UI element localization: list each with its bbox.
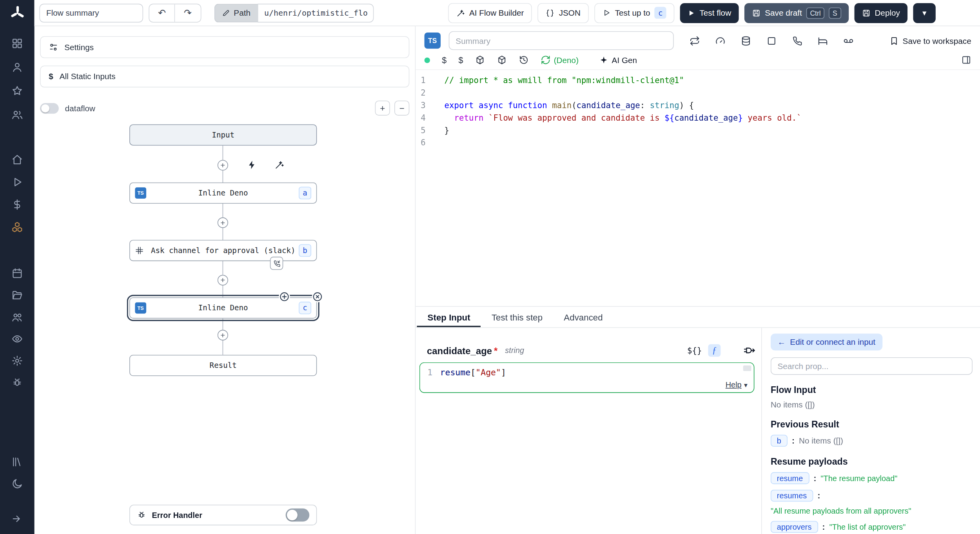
collapse-arrow-icon[interactable] [0, 509, 34, 528]
users-icon[interactable] [0, 105, 34, 124]
grid-icon[interactable] [0, 34, 34, 52]
resume-row: resume : "The resume payload" [771, 472, 973, 484]
concurrency-gauge-icon[interactable] [715, 35, 726, 46]
flow-settings-row[interactable]: Settings [40, 36, 409, 58]
test-up-to-button[interactable]: Test up to c [594, 3, 675, 23]
package-icon[interactable] [475, 55, 485, 65]
sleep-bed-icon[interactable] [817, 35, 828, 46]
windmill-logo-icon[interactable] [0, 0, 34, 26]
user-icon[interactable] [0, 58, 34, 76]
prev-result-chip[interactable]: b [771, 435, 788, 447]
node-a-label: Inline Deno [130, 189, 316, 197]
ai-flow-builder-button[interactable]: AI Flow Builder [448, 3, 532, 23]
field-type: string [505, 346, 524, 355]
approvers-chip[interactable]: approvers [771, 521, 818, 533]
add-step-button-1[interactable]: + [218, 160, 228, 170]
save-to-workspace-label: Save to workspace [903, 36, 971, 45]
colon: : [822, 522, 825, 532]
resume-chip[interactable]: resume [771, 472, 809, 484]
zoom-in-button[interactable]: + [375, 101, 390, 116]
search-prop-input[interactable] [771, 357, 973, 375]
retries-repeat-icon[interactable] [690, 35, 700, 46]
groups-icon[interactable] [0, 307, 34, 326]
insert-resource-icon[interactable]: $ [459, 55, 463, 65]
error-handler-row[interactable]: Error Handler [129, 505, 317, 525]
sparkles-icon [599, 56, 608, 64]
edit-or-connect-button[interactable]: ← Edit or connect an input [771, 333, 882, 350]
error-handler-toggle[interactable] [286, 509, 310, 521]
tab-advanced[interactable]: Advanced [553, 307, 613, 328]
connect-input-plug-button[interactable] [743, 344, 756, 357]
node-c-selected[interactable]: TS Inline Deno c [129, 297, 317, 319]
help-link[interactable]: Help [726, 380, 742, 389]
field-expression-editor[interactable]: 1 resume["Age"] Help ▾ [419, 362, 755, 393]
trigger-bolt-icon[interactable] [247, 160, 257, 170]
resources-boxes-icon[interactable] [0, 217, 34, 236]
save-to-workspace-button[interactable]: Save to workspace [889, 36, 971, 45]
phone-incoming-icon [273, 259, 280, 267]
save-draft-button[interactable]: Save draft Ctrl S [744, 3, 849, 23]
diff-panel-icon[interactable] [961, 55, 971, 65]
ai-gen-label: AI Gen [612, 55, 637, 65]
runs-play-icon[interactable] [0, 172, 34, 191]
runtime-selector[interactable]: (Deno) [541, 55, 579, 65]
mock-voicemail-icon[interactable] [843, 35, 854, 46]
move-node-icon[interactable] [279, 291, 290, 302]
dark-mode-moon-icon[interactable] [0, 474, 34, 493]
node-b[interactable]: Ask channel for approval (slack) b [129, 240, 317, 261]
resumes-chip[interactable]: resumes [771, 490, 813, 501]
add-step-button-4[interactable]: + [218, 330, 228, 340]
suspend-approval-chip[interactable] [270, 257, 283, 270]
node-c-id-badge: c [299, 302, 311, 314]
code-editor[interactable]: 123456 // import * as wmill from "npm:wi… [416, 70, 980, 306]
test-flow-button[interactable]: Test flow [680, 3, 739, 23]
star-icon[interactable] [0, 81, 34, 100]
deploy-button[interactable]: Deploy [854, 3, 907, 23]
variables-dollar-icon[interactable] [0, 195, 34, 214]
audit-eye-icon[interactable] [0, 329, 34, 348]
schedules-calendar-icon[interactable] [0, 264, 34, 282]
main-column: ↶ ↷ Path u/henri/optimistic_flo AI Flow … [34, 0, 980, 534]
template-expr-button[interactable]: ${} [687, 346, 702, 355]
deploy-more-button[interactable]: ▾ [913, 3, 935, 23]
code-lines: // import * as wmill from "npm:windmill-… [445, 74, 980, 306]
fx-javascript-toggle[interactable]: ƒ [708, 344, 720, 357]
insert-variable-icon[interactable]: $ [442, 55, 446, 65]
early-stop-square-icon[interactable] [766, 35, 777, 46]
ai-wand-icon[interactable] [274, 160, 285, 170]
result-node[interactable]: Result [129, 355, 317, 376]
json-button[interactable]: JSON [537, 3, 588, 23]
settings-gear-icon[interactable] [0, 351, 34, 370]
workers-bug-icon[interactable] [0, 373, 34, 392]
add-step-button-3[interactable]: + [218, 275, 228, 286]
cache-database-icon[interactable] [740, 35, 751, 46]
delete-node-icon[interactable] [312, 291, 323, 302]
tab-step-input[interactable]: Step Input [417, 307, 481, 328]
flow-summary-input[interactable] [39, 4, 143, 22]
zoom-out-button[interactable]: − [394, 101, 409, 116]
all-static-inputs-row[interactable]: $ All Static Inputs [40, 65, 409, 87]
node-a[interactable]: TS Inline Deno a [129, 183, 317, 204]
path-button[interactable]: Path [214, 4, 258, 22]
redo-icon: ↷ [184, 7, 192, 18]
step-summary-input[interactable] [449, 31, 674, 50]
editor-expand-handle[interactable] [743, 366, 751, 371]
folders-icon[interactable] [0, 286, 34, 304]
node-b-id-badge: b [299, 244, 311, 257]
dataflow-toggle[interactable] [40, 103, 59, 113]
tab-test-this-step[interactable]: Test this step [481, 307, 553, 328]
add-step-button-2[interactable]: + [218, 217, 228, 228]
home-icon[interactable] [0, 150, 34, 169]
undo-button[interactable]: ↶ [149, 4, 175, 22]
package-lock-icon[interactable] [497, 55, 507, 65]
bookmark-icon [889, 36, 899, 45]
ai-gen-button[interactable]: AI Gen [599, 55, 637, 65]
chevron-down-icon: ▾ [744, 381, 748, 389]
path-value[interactable]: u/henri/optimistic_flo [257, 4, 374, 22]
reset-history-icon[interactable] [519, 55, 529, 65]
field-row: candidate_age * string ${} ƒ [419, 344, 756, 357]
input-node[interactable]: Input [129, 124, 317, 145]
redo-button[interactable]: ↷ [175, 4, 200, 22]
docs-library-icon[interactable] [0, 452, 34, 471]
suspend-phone-icon[interactable] [792, 35, 802, 46]
